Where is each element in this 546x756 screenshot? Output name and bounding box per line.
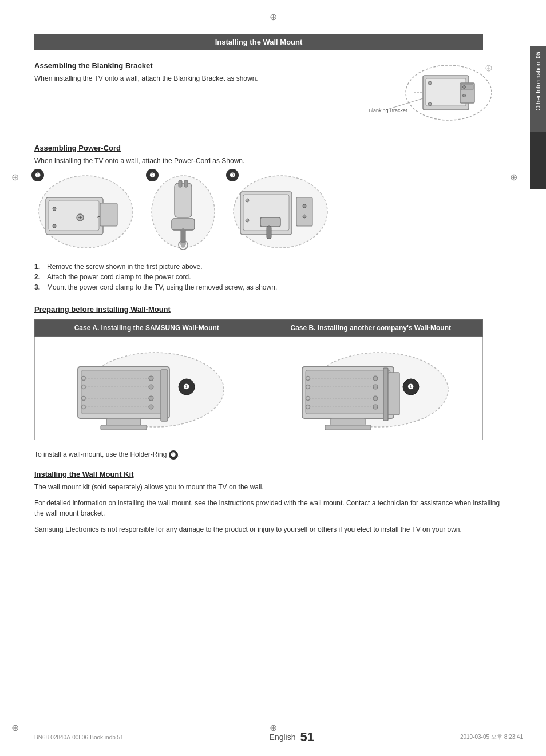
side-tab-dark: [530, 132, 546, 189]
svg-point-42: [303, 215, 306, 218]
section-number: 05: [535, 52, 541, 58]
case-b-diagram: ❶: [265, 342, 477, 434]
blanking-text-area: Assembling the Blanking Bracket When ins…: [34, 61, 357, 89]
footer-page-number: 51: [300, 730, 314, 745]
blanking-bracket-title: Assembling the Blanking Bracket: [34, 61, 357, 70]
svg-text:❶: ❶: [407, 383, 414, 391]
holder-ring-badge: ❶: [169, 450, 178, 460]
step-2-svg: [149, 172, 217, 252]
svg-point-38: [246, 199, 249, 202]
blanking-bracket-body: When installing the TV onto a wall, atta…: [34, 73, 357, 84]
step-3-text: 3. Mount the power cord clamp to the TV,…: [34, 283, 500, 291]
footer-file-info: BN68-02840A-00L06-Book.indb 51: [34, 734, 124, 741]
case-b-header: Case B. Installing another company's Wal…: [259, 320, 483, 337]
svg-point-59: [149, 376, 153, 381]
svg-text:Blanking Bracket: Blanking Bracket: [369, 108, 407, 113]
svg-point-82: [373, 396, 378, 401]
case-b-cell: ❶: [259, 337, 483, 440]
svg-point-83: [373, 405, 378, 409]
step-1-svg: [34, 172, 137, 252]
step-1-diagram: ❶: [34, 172, 137, 254]
svg-rect-67: [325, 425, 371, 430]
svg-point-23: [53, 207, 56, 211]
power-cord-diagrams: ❶: [34, 172, 500, 254]
footer-right: English 51: [270, 730, 314, 745]
svg-text:❶: ❶: [184, 383, 190, 391]
banner-title: Installing the Wall Mount: [215, 38, 303, 46]
preparing-title: Preparing before installing Wall-Mount: [34, 305, 500, 314]
power-cord-section: Assembling Power-Cord When Installing th…: [34, 144, 500, 291]
svg-point-5: [428, 81, 432, 85]
compass-top: ⊕: [270, 11, 277, 22]
power-cord-body: When Installing the TV onto a wall, atta…: [34, 156, 500, 166]
wall-mount-kit-para-1: The wall mount kit (sold separately) all…: [34, 482, 500, 492]
svg-rect-29: [172, 219, 195, 230]
case-a-header: Case A. Installing the SAMSUNG Wall-Moun…: [35, 320, 259, 337]
svg-rect-56: [161, 370, 168, 421]
wall-mount-kit-para-3: Samsung Electronics is not responsible f…: [34, 524, 500, 535]
svg-rect-22: [100, 203, 117, 226]
svg-rect-37: [267, 226, 271, 239]
compass-mid-left: ⊕: [11, 172, 19, 183]
svg-point-81: [373, 385, 378, 389]
section-banner: Installing the Wall Mount: [34, 34, 483, 50]
blanking-bracket-svg: Blanking Bracket: [369, 61, 494, 124]
svg-point-32: [181, 243, 185, 247]
case-a-svg: ❶: [46, 344, 247, 433]
svg-point-24: [53, 224, 56, 228]
page-footer: BN68-02840A-00L06-Book.indb 51 English 5…: [0, 730, 546, 745]
wall-mount-kit-title: Installing the Wall Mount Kit: [34, 470, 500, 478]
svg-point-6: [428, 102, 432, 106]
section-title: Other Information: [535, 62, 541, 111]
svg-rect-47: [101, 425, 147, 430]
svg-rect-76: [383, 368, 388, 421]
svg-point-8: [463, 94, 466, 97]
case-a-diagram: ❶: [41, 342, 253, 434]
power-cord-title: Assembling Power-Cord: [34, 144, 500, 152]
svg-rect-46: [106, 418, 141, 425]
step-3-badge: ❸: [226, 169, 239, 181]
case-b-svg: ❶: [270, 344, 472, 433]
svg-point-61: [149, 396, 153, 401]
svg-rect-66: [331, 418, 365, 425]
svg-point-80: [373, 376, 378, 381]
page-container: ⊕ 05 Other Information Installing the Wa…: [0, 0, 546, 756]
svg-point-7: [463, 86, 466, 89]
step-2-text: 2. Attach the power cord clamp to the po…: [34, 273, 500, 281]
step-1-badge: ❶: [31, 169, 44, 181]
svg-rect-77: [388, 373, 399, 415]
main-content: Installing the Wall Mount Assembling the…: [34, 34, 523, 535]
blanking-bracket-section: Assembling the Blanking Bracket When ins…: [34, 61, 500, 130]
compass-mid-right: ⊕: [510, 172, 517, 183]
svg-point-39: [246, 219, 249, 222]
blanking-bracket-image: Blanking Bracket: [369, 61, 500, 130]
step-3-diagram: ❸: [229, 172, 332, 254]
svg-point-62: [149, 405, 153, 409]
step-2-diagram: ❷: [149, 172, 217, 254]
svg-rect-26: [175, 183, 192, 217]
svg-point-60: [149, 385, 153, 389]
svg-rect-27: [179, 180, 182, 187]
step-3-svg: [229, 172, 332, 252]
cases-table: Case A. Installing the SAMSUNG Wall-Moun…: [34, 319, 483, 440]
svg-rect-28: [184, 180, 188, 187]
case-a-cell: ❶: [35, 337, 259, 440]
wall-mount-kit-para-2: For detailed information on installing t…: [34, 498, 500, 518]
footer-english-label: English: [270, 733, 296, 742]
svg-rect-40: [296, 197, 312, 226]
steps-list: 1. Remove the screw shown in the first p…: [34, 263, 500, 291]
footer-date-info: 2010-03-05 오후 8:23:41: [460, 733, 523, 741]
holder-ring-text: To install a wall-mount, use the Holder-…: [34, 450, 500, 460]
preparing-section: Preparing before installing Wall-Mount C…: [34, 305, 500, 460]
svg-point-41: [303, 204, 306, 208]
svg-rect-36: [260, 217, 280, 227]
wall-mount-kit-section: Installing the Wall Mount Kit The wall m…: [34, 470, 500, 535]
step-2-badge: ❷: [146, 169, 159, 181]
step-1-text: 1. Remove the screw shown in the first p…: [34, 263, 500, 271]
